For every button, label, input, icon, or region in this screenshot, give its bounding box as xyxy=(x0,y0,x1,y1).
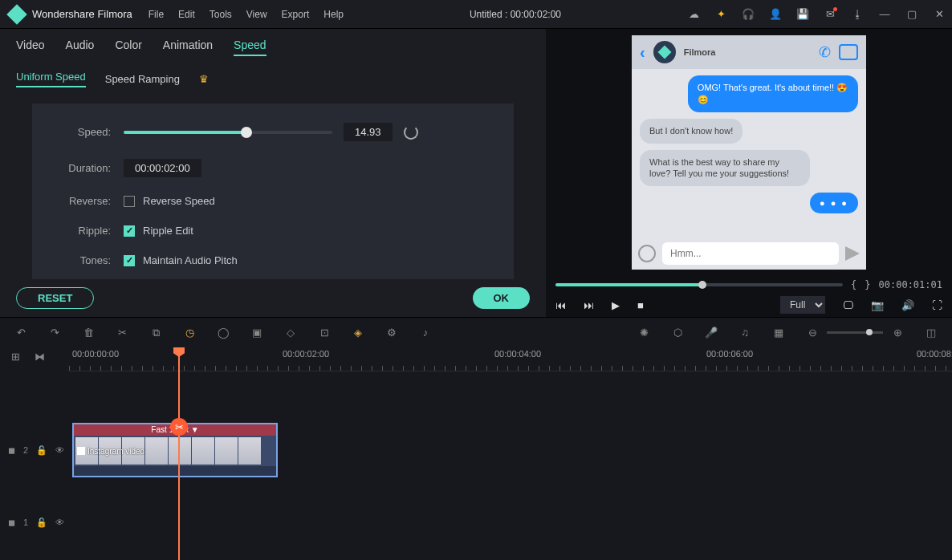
split-icon[interactable]: ✂ xyxy=(170,418,188,436)
color-icon[interactable]: ◯ xyxy=(217,327,230,339)
speed-subtabs: Uniform Speed Speed Ramping ♛ xyxy=(0,63,546,95)
track-toggle-icon[interactable]: ◼ xyxy=(8,445,15,456)
reverse-checkbox[interactable] xyxy=(124,196,135,207)
reset-button[interactable]: RESET xyxy=(16,287,94,309)
mark-in[interactable]: { xyxy=(851,279,856,290)
maximize-icon[interactable]: ▢ xyxy=(905,8,918,21)
download-icon[interactable]: ⭳ xyxy=(851,8,864,21)
ruler-tick: 00:00:06:00 xyxy=(706,349,753,359)
scrub-bar[interactable] xyxy=(555,283,843,286)
lock-icon[interactable]: 🔓 xyxy=(36,517,47,528)
timecode: 00:00:01:01 xyxy=(879,279,942,290)
save-icon[interactable]: 💾 xyxy=(796,8,809,21)
tab-speed-ramping[interactable]: Speed Ramping xyxy=(105,73,180,85)
speed-slider[interactable] xyxy=(124,131,332,134)
ripple-checkbox[interactable] xyxy=(124,225,135,237)
close-icon[interactable]: ✕ xyxy=(933,8,946,21)
ruler-tick: 00:00:00:00 xyxy=(72,349,119,359)
picture-icon[interactable]: ▦ xyxy=(772,327,785,339)
redo-icon[interactable]: ↷ xyxy=(48,327,61,339)
menu-tools[interactable]: Tools xyxy=(210,9,232,20)
mic-icon[interactable]: 🎤 xyxy=(705,327,718,339)
minimize-icon[interactable]: — xyxy=(878,8,891,21)
preview-viewport: ‹ Filmora ✆ OMG! That's great. It's abou… xyxy=(546,29,952,276)
timeline-toolbar: ↶ ↷ 🗑 ✂ ⧉ ◷ ◯ ▣ ◇ ⊡ ◈ ⚙ ♪ ✺ ⬡ 🎤 ♫ ▦ ⊖ ⊕ … xyxy=(0,317,952,347)
notification-icon[interactable]: ✉ xyxy=(824,8,836,21)
menu-export[interactable]: Export xyxy=(282,9,310,20)
tab-color[interactable]: Color xyxy=(115,39,141,56)
music-icon[interactable]: ♫ xyxy=(738,327,751,339)
undo-icon[interactable]: ↶ xyxy=(14,327,27,339)
audio-track: ◼ 1 🔓 👁 xyxy=(0,492,952,553)
chat-avatar-icon xyxy=(653,41,676,63)
speed-value[interactable]: 14.93 xyxy=(344,123,393,141)
track-number: 1 xyxy=(23,517,28,527)
cloud-icon[interactable]: ☁ xyxy=(687,8,700,21)
tab-speed[interactable]: Speed xyxy=(234,39,266,56)
chat-back-icon: ‹ xyxy=(640,43,645,62)
play-icon[interactable]: ▶ xyxy=(612,299,620,311)
menu-view[interactable]: View xyxy=(246,9,267,20)
menu-file[interactable]: File xyxy=(148,9,164,20)
idea-icon[interactable]: ✦ xyxy=(714,8,727,21)
visibility-icon[interactable]: 👁 xyxy=(55,445,64,455)
speed-label: Speed: xyxy=(55,126,111,138)
cut-icon[interactable]: ✂ xyxy=(116,327,128,339)
ruler-tick: 00:00:04:00 xyxy=(494,349,541,359)
chat-name: Filmora xyxy=(684,47,811,57)
auto-icon[interactable]: ✺ xyxy=(637,327,650,339)
visibility-icon[interactable]: 👁 xyxy=(55,517,64,527)
typing-indicator: ● ● ● xyxy=(810,193,858,213)
volume-icon[interactable]: 🔊 xyxy=(901,299,914,311)
tones-option: Maintain Audio Pitch xyxy=(143,254,238,266)
tab-audio[interactable]: Audio xyxy=(66,39,95,56)
mark-out[interactable]: } xyxy=(865,279,870,290)
magnet-icon[interactable]: ⧓ xyxy=(35,351,45,363)
titlebar: Wondershare Filmora File Edit Tools View… xyxy=(0,0,952,29)
lock-icon[interactable]: 🔓 xyxy=(36,445,47,456)
tones-checkbox[interactable] xyxy=(124,255,135,266)
quality-select[interactable]: Full xyxy=(780,296,825,314)
next-frame-icon[interactable]: ⏭ xyxy=(584,299,594,311)
zoom-out-icon[interactable]: ⊖ xyxy=(806,327,819,339)
adjust-icon[interactable]: ⚙ xyxy=(385,327,398,339)
shield-icon[interactable]: ⬡ xyxy=(671,327,684,339)
track-number: 2 xyxy=(23,445,28,455)
menu-help[interactable]: Help xyxy=(323,9,344,20)
tab-uniform-speed[interactable]: Uniform Speed xyxy=(16,71,86,87)
fullscreen-icon[interactable]: ⛶ xyxy=(932,299,942,311)
track-toggle-icon[interactable]: ◼ xyxy=(8,517,15,528)
playhead[interactable]: ✂ xyxy=(178,347,180,560)
phone-icon: ✆ xyxy=(819,43,831,61)
zoom-slider[interactable] xyxy=(827,331,883,334)
reset-speed-icon[interactable] xyxy=(404,125,418,140)
transform-icon[interactable]: ▣ xyxy=(250,327,263,339)
premium-icon: ♛ xyxy=(199,73,209,85)
chat-bubble: What is the best way to share my love? T… xyxy=(640,150,810,187)
crop-icon[interactable]: ⧉ xyxy=(149,327,162,339)
zoom-in-icon[interactable]: ⊕ xyxy=(891,327,904,339)
marker-icon[interactable]: ◈ xyxy=(352,327,364,339)
layout-icon[interactable]: ◫ xyxy=(925,327,938,339)
display-icon[interactable]: 🖵 xyxy=(843,299,853,311)
track-manage-icon[interactable]: ⊞ xyxy=(11,351,20,363)
time-ruler[interactable]: 00:00:00:00 00:00:02:00 00:00:04:00 00:0… xyxy=(69,347,952,371)
speed-tool-icon[interactable]: ◷ xyxy=(183,327,196,339)
keyframe-icon[interactable]: ◇ xyxy=(284,327,297,339)
video-track: ◼ 2 🔓 👁 Fast 14.9x ▼ Instagram video xyxy=(0,420,952,481)
user-icon[interactable]: 👤 xyxy=(769,8,782,21)
audio-tool-icon[interactable]: ♪ xyxy=(419,327,432,339)
headset-icon[interactable]: 🎧 xyxy=(742,8,755,21)
prev-frame-icon[interactable]: ⏮ xyxy=(555,299,566,311)
tab-video[interactable]: Video xyxy=(16,39,45,56)
menu-edit[interactable]: Edit xyxy=(178,9,195,20)
stop-icon[interactable]: ■ xyxy=(637,299,644,311)
preview-controls: ⏮ ⏭ ▶ ■ Full 🖵 📷 🔊 ⛶ xyxy=(546,294,952,317)
reverse-label: Reverse: xyxy=(55,195,111,207)
ok-button[interactable]: OK xyxy=(473,287,531,309)
tab-animation[interactable]: Animation xyxy=(163,39,213,56)
delete-icon[interactable]: 🗑 xyxy=(82,327,95,339)
snapshot-icon[interactable]: 📷 xyxy=(871,299,884,311)
duration-value[interactable]: 00:00:02:00 xyxy=(124,159,201,177)
detect-icon[interactable]: ⊡ xyxy=(318,327,331,339)
